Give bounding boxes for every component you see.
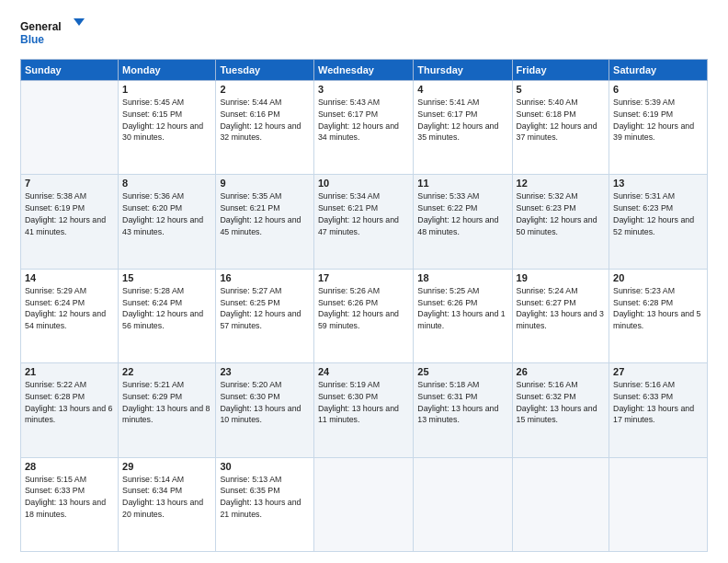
day-number: 30 (220, 461, 310, 472)
day-info: Sunrise: 5:35 AMSunset: 6:21 PMDaylight:… (220, 190, 310, 237)
weekday-header: Saturday (609, 60, 708, 81)
day-info: Sunrise: 5:32 AMSunset: 6:23 PMDaylight:… (517, 190, 606, 237)
calendar-day-cell: 5 Sunrise: 5:40 AMSunset: 6:18 PMDayligh… (512, 81, 609, 175)
day-number: 27 (613, 366, 703, 377)
calendar-table: SundayMondayTuesdayWednesdayThursdayFrid… (20, 59, 708, 552)
day-number: 15 (122, 272, 211, 283)
weekday-header: Monday (119, 60, 216, 81)
svg-text:General: General (20, 20, 62, 33)
day-info: Sunrise: 5:20 AMSunset: 6:30 PMDaylight:… (220, 379, 310, 426)
day-info: Sunrise: 5:41 AMSunset: 6:17 PMDaylight:… (417, 97, 507, 144)
svg-marker-1 (74, 18, 85, 26)
day-number: 28 (25, 461, 114, 472)
day-info: Sunrise: 5:40 AMSunset: 6:18 PMDaylight:… (517, 97, 606, 144)
weekday-header: Wednesday (313, 60, 413, 81)
calendar-day-cell: 12 Sunrise: 5:32 AMSunset: 6:23 PMDaylig… (512, 175, 609, 269)
calendar-week-row: 28 Sunrise: 5:15 AMSunset: 6:33 PMDaylig… (21, 457, 708, 551)
calendar-day-cell: 27 Sunrise: 5:16 AMSunset: 6:33 PMDaylig… (609, 363, 708, 457)
calendar-week-row: 14 Sunrise: 5:29 AMSunset: 6:24 PMDaylig… (21, 269, 708, 362)
calendar-day-cell: 11 Sunrise: 5:33 AMSunset: 6:22 PMDaylig… (414, 175, 512, 269)
weekday-header: Sunday (21, 60, 119, 81)
day-number: 6 (613, 84, 703, 95)
calendar-day-cell: 6 Sunrise: 5:39 AMSunset: 6:19 PMDayligh… (609, 81, 708, 175)
calendar-day-cell: 7 Sunrise: 5:38 AMSunset: 6:19 PMDayligh… (21, 175, 119, 269)
day-info: Sunrise: 5:13 AMSunset: 6:35 PMDaylight:… (220, 474, 310, 521)
day-info: Sunrise: 5:23 AMSunset: 6:28 PMDaylight:… (613, 285, 703, 332)
day-info: Sunrise: 5:27 AMSunset: 6:25 PMDaylight:… (220, 285, 310, 332)
calendar-day-cell: 4 Sunrise: 5:41 AMSunset: 6:17 PMDayligh… (414, 81, 512, 175)
calendar-day-cell: 1 Sunrise: 5:45 AMSunset: 6:15 PMDayligh… (119, 81, 216, 175)
calendar-day-cell (313, 457, 413, 551)
day-info: Sunrise: 5:26 AMSunset: 6:26 PMDaylight:… (318, 285, 409, 332)
header: General Blue (20, 17, 708, 50)
day-info: Sunrise: 5:16 AMSunset: 6:33 PMDaylight:… (613, 379, 703, 426)
day-number: 24 (318, 366, 409, 377)
calendar-day-cell: 17 Sunrise: 5:26 AMSunset: 6:26 PMDaylig… (313, 269, 413, 362)
calendar-day-cell: 10 Sunrise: 5:34 AMSunset: 6:21 PMDaylig… (313, 175, 413, 269)
calendar-day-cell (21, 81, 119, 175)
day-number: 8 (122, 178, 211, 189)
calendar-day-cell: 15 Sunrise: 5:28 AMSunset: 6:24 PMDaylig… (119, 269, 216, 362)
calendar-week-row: 1 Sunrise: 5:45 AMSunset: 6:15 PMDayligh… (21, 81, 708, 175)
day-number: 9 (220, 178, 310, 189)
calendar-day-cell: 14 Sunrise: 5:29 AMSunset: 6:24 PMDaylig… (21, 269, 119, 362)
calendar-day-cell: 25 Sunrise: 5:18 AMSunset: 6:31 PMDaylig… (414, 363, 512, 457)
calendar-day-cell: 21 Sunrise: 5:22 AMSunset: 6:28 PMDaylig… (21, 363, 119, 457)
day-number: 2 (220, 84, 310, 95)
day-number: 19 (517, 272, 606, 283)
calendar-day-cell: 8 Sunrise: 5:36 AMSunset: 6:20 PMDayligh… (119, 175, 216, 269)
day-info: Sunrise: 5:24 AMSunset: 6:27 PMDaylight:… (517, 285, 606, 332)
day-number: 25 (417, 366, 507, 377)
calendar-day-cell: 24 Sunrise: 5:19 AMSunset: 6:30 PMDaylig… (313, 363, 413, 457)
day-info: Sunrise: 5:44 AMSunset: 6:16 PMDaylight:… (220, 97, 310, 144)
day-info: Sunrise: 5:25 AMSunset: 6:26 PMDaylight:… (417, 285, 507, 332)
calendar-day-cell (512, 457, 609, 551)
day-info: Sunrise: 5:43 AMSunset: 6:17 PMDaylight:… (318, 97, 409, 144)
day-number: 1 (122, 84, 211, 95)
day-info: Sunrise: 5:16 AMSunset: 6:32 PMDaylight:… (517, 379, 606, 426)
calendar-day-cell: 23 Sunrise: 5:20 AMSunset: 6:30 PMDaylig… (216, 363, 314, 457)
logo: General Blue (20, 17, 85, 50)
day-number: 23 (220, 366, 310, 377)
day-info: Sunrise: 5:29 AMSunset: 6:24 PMDaylight:… (25, 285, 114, 332)
day-number: 18 (417, 272, 507, 283)
calendar-week-row: 7 Sunrise: 5:38 AMSunset: 6:19 PMDayligh… (21, 175, 708, 269)
calendar-day-cell: 16 Sunrise: 5:27 AMSunset: 6:25 PMDaylig… (216, 269, 314, 362)
day-number: 21 (25, 366, 114, 377)
calendar-day-cell (609, 457, 708, 551)
logo-svg: General Blue (20, 17, 85, 50)
day-number: 16 (220, 272, 310, 283)
day-number: 29 (122, 461, 211, 472)
calendar-day-cell: 3 Sunrise: 5:43 AMSunset: 6:17 PMDayligh… (313, 81, 413, 175)
day-info: Sunrise: 5:38 AMSunset: 6:19 PMDaylight:… (25, 190, 114, 237)
day-number: 13 (613, 178, 703, 189)
calendar-day-cell: 22 Sunrise: 5:21 AMSunset: 6:29 PMDaylig… (119, 363, 216, 457)
calendar-day-cell: 13 Sunrise: 5:31 AMSunset: 6:23 PMDaylig… (609, 175, 708, 269)
day-info: Sunrise: 5:22 AMSunset: 6:28 PMDaylight:… (25, 379, 114, 426)
calendar-day-cell: 18 Sunrise: 5:25 AMSunset: 6:26 PMDaylig… (414, 269, 512, 362)
day-number: 10 (318, 178, 409, 189)
weekday-header: Friday (512, 60, 609, 81)
calendar-day-cell: 19 Sunrise: 5:24 AMSunset: 6:27 PMDaylig… (512, 269, 609, 362)
day-info: Sunrise: 5:19 AMSunset: 6:30 PMDaylight:… (318, 379, 409, 426)
day-info: Sunrise: 5:18 AMSunset: 6:31 PMDaylight:… (417, 379, 507, 426)
calendar-day-cell: 26 Sunrise: 5:16 AMSunset: 6:32 PMDaylig… (512, 363, 609, 457)
day-number: 20 (613, 272, 703, 283)
calendar-day-cell: 9 Sunrise: 5:35 AMSunset: 6:21 PMDayligh… (216, 175, 314, 269)
day-info: Sunrise: 5:45 AMSunset: 6:15 PMDaylight:… (122, 97, 211, 144)
day-number: 3 (318, 84, 409, 95)
day-info: Sunrise: 5:15 AMSunset: 6:33 PMDaylight:… (25, 474, 114, 521)
day-info: Sunrise: 5:21 AMSunset: 6:29 PMDaylight:… (122, 379, 211, 426)
day-info: Sunrise: 5:28 AMSunset: 6:24 PMDaylight:… (122, 285, 211, 332)
day-number: 22 (122, 366, 211, 377)
weekday-header: Tuesday (216, 60, 314, 81)
day-number: 12 (517, 178, 606, 189)
day-number: 14 (25, 272, 114, 283)
calendar-day-cell (414, 457, 512, 551)
calendar-day-cell: 28 Sunrise: 5:15 AMSunset: 6:33 PMDaylig… (21, 457, 119, 551)
calendar-day-cell: 29 Sunrise: 5:14 AMSunset: 6:34 PMDaylig… (119, 457, 216, 551)
day-info: Sunrise: 5:33 AMSunset: 6:22 PMDaylight:… (417, 190, 507, 237)
calendar-day-cell: 20 Sunrise: 5:23 AMSunset: 6:28 PMDaylig… (609, 269, 708, 362)
day-number: 5 (517, 84, 606, 95)
day-number: 26 (517, 366, 606, 377)
